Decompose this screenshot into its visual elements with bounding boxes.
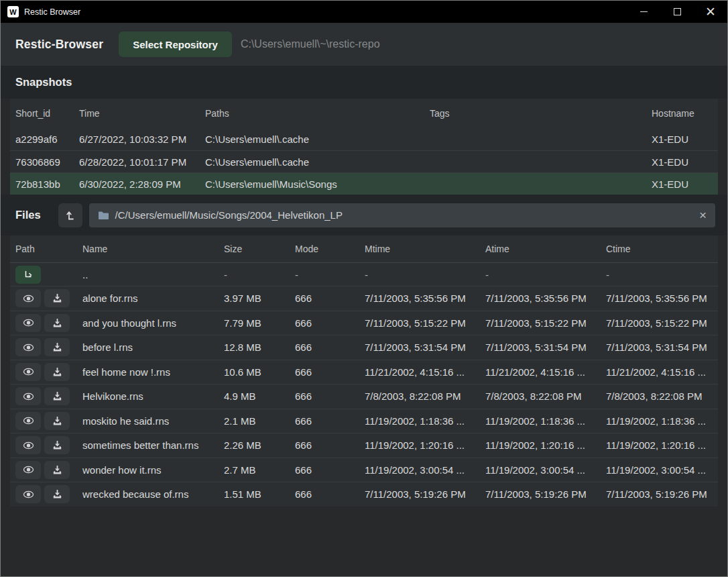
download-file-button[interactable] bbox=[44, 363, 70, 381]
view-file-button[interactable] bbox=[15, 436, 41, 454]
file-row[interactable]: feel home now !.rns 10.6 MB 666 11/21/20… bbox=[10, 360, 718, 384]
download-icon bbox=[52, 342, 62, 352]
maximize-button[interactable] bbox=[660, 1, 694, 23]
file-name: alone for.rns bbox=[82, 293, 224, 304]
download-file-button[interactable] bbox=[44, 387, 70, 405]
file-name: before l.rns bbox=[82, 342, 224, 353]
titlebar: W Restic Browser ✕ bbox=[1, 1, 727, 23]
view-file-button[interactable] bbox=[15, 363, 41, 381]
download-file-button[interactable] bbox=[44, 412, 70, 430]
column-mtime: Mtime bbox=[365, 244, 485, 254]
current-path: /C/Users/emuell/Music/Songs/2004_Helveti… bbox=[115, 209, 343, 221]
view-file-button[interactable] bbox=[15, 412, 41, 430]
file-row[interactable]: moskito he said.rns 2.1 MB 666 11/19/200… bbox=[10, 409, 718, 433]
files-table-header: Path Name Size Mode Mtime Atime Ctime bbox=[10, 235, 718, 262]
eye-icon bbox=[23, 294, 34, 303]
eye-icon bbox=[23, 416, 34, 425]
download-icon bbox=[52, 318, 62, 328]
clear-path-button[interactable]: × bbox=[699, 209, 707, 221]
file-row[interactable]: Helvikone.rns 4.9 MB 666 7/8/2003, 8:22:… bbox=[10, 384, 718, 409]
maximize-icon bbox=[674, 8, 681, 15]
app-window: W Restic Browser ✕ Restic-Browser Select… bbox=[0, 0, 728, 577]
download-icon bbox=[52, 293, 62, 303]
snapshot-paths: C:\Users\emuell\.cache bbox=[205, 134, 430, 145]
snapshot-row[interactable]: 76306869 6/28/2022, 10:01:17 PM C:\Users… bbox=[10, 150, 718, 172]
file-row[interactable]: alone for.rns 3.97 MB 666 7/11/2003, 5:3… bbox=[10, 286, 718, 311]
column-tags: Tags bbox=[430, 108, 652, 119]
close-icon: ✕ bbox=[705, 5, 716, 18]
column-paths: Paths bbox=[205, 108, 430, 119]
snapshot-paths: C:\Users\emuell\.cache bbox=[205, 156, 430, 168]
file-row[interactable]: wrecked because of.rns 1.51 MB 666 7/11/… bbox=[10, 482, 718, 507]
files-title: Files bbox=[15, 209, 41, 221]
column-size: Size bbox=[224, 244, 295, 254]
file-name: and you thought l.rns bbox=[82, 317, 224, 329]
view-file-button[interactable] bbox=[15, 461, 41, 479]
snapshot-row-selected[interactable]: 72b813bb 6/30/2022, 2:28:09 PM C:\Users\… bbox=[10, 172, 718, 195]
snapshots-section-header: Snapshots bbox=[1, 66, 727, 99]
eye-icon bbox=[23, 465, 34, 474]
file-row[interactable]: and you thought l.rns 7.79 MB 666 7/11/2… bbox=[10, 311, 718, 335]
download-file-button[interactable] bbox=[44, 314, 70, 332]
select-repository-button[interactable]: Select Repository bbox=[119, 32, 232, 57]
view-file-button[interactable] bbox=[15, 289, 41, 307]
page-title: Restic-Browser bbox=[15, 38, 103, 52]
toolbar: Restic-Browser Select Repository C:\User… bbox=[1, 23, 727, 66]
view-file-button[interactable] bbox=[15, 387, 41, 405]
view-file-button[interactable] bbox=[15, 485, 41, 503]
path-bar[interactable]: /C/Users/emuell/Music/Songs/2004_Helveti… bbox=[89, 203, 715, 227]
minimize-icon bbox=[640, 11, 648, 12]
snapshots-table: Short_id Time Paths Tags Hostname a2299a… bbox=[10, 99, 718, 195]
file-row[interactable]: sometimes better than.rns 2.26 MB 666 11… bbox=[10, 433, 718, 458]
snapshot-hostname: X1-EDU bbox=[652, 156, 718, 168]
download-icon bbox=[52, 489, 62, 499]
download-file-button[interactable] bbox=[44, 485, 70, 503]
snapshot-short-id: a2299af6 bbox=[15, 134, 79, 145]
files-section-header: Files /C/Users/emuell/Music/Songs/2004_H… bbox=[1, 195, 727, 235]
column-mode: Mode bbox=[295, 244, 365, 254]
snapshot-row[interactable]: a2299af6 6/27/2022, 10:03:32 PM C:\Users… bbox=[10, 128, 718, 150]
file-name: moskito he said.rns bbox=[82, 415, 224, 427]
snapshot-hostname: X1-EDU bbox=[652, 134, 718, 145]
column-atime: Atime bbox=[485, 244, 606, 254]
folder-icon bbox=[98, 211, 109, 220]
eye-icon bbox=[23, 441, 34, 450]
snapshot-time: 6/30/2022, 2:28:09 PM bbox=[79, 178, 205, 190]
download-file-button[interactable] bbox=[44, 436, 70, 454]
snapshot-hostname: X1-EDU bbox=[652, 178, 718, 190]
parent-directory-row[interactable]: .. - - - - - bbox=[10, 262, 718, 286]
file-name: wonder how it.rns bbox=[82, 464, 224, 476]
column-path: Path bbox=[15, 244, 82, 254]
close-button[interactable]: ✕ bbox=[694, 1, 727, 23]
file-name: wrecked because of.rns bbox=[82, 488, 224, 500]
download-icon bbox=[52, 465, 62, 475]
download-icon bbox=[52, 391, 62, 401]
download-file-button[interactable] bbox=[44, 338, 70, 356]
parent-dir-icon bbox=[23, 269, 34, 280]
download-icon bbox=[52, 367, 62, 377]
column-short-id: Short_id bbox=[15, 108, 79, 119]
snapshot-short-id: 72b813bb bbox=[15, 178, 79, 190]
level-up-icon bbox=[64, 209, 76, 221]
file-row[interactable]: before l.rns 12.8 MB 666 7/11/2003, 5:31… bbox=[10, 335, 718, 360]
eye-icon bbox=[23, 343, 34, 352]
column-hostname: Hostname bbox=[652, 108, 718, 119]
view-file-button[interactable] bbox=[15, 314, 41, 332]
snapshots-title: Snapshots bbox=[15, 76, 72, 89]
minimize-button[interactable] bbox=[627, 1, 660, 23]
download-icon bbox=[52, 440, 62, 450]
column-time: Time bbox=[79, 108, 205, 119]
go-to-root-button[interactable] bbox=[58, 203, 82, 227]
repository-path: C:\Users\emuell\~\restic-repo bbox=[241, 38, 380, 50]
file-row[interactable]: wonder how it.rns 2.7 MB 666 11/19/2002,… bbox=[10, 458, 718, 482]
snapshot-time: 6/27/2022, 10:03:32 PM bbox=[79, 134, 205, 145]
download-file-button[interactable] bbox=[44, 289, 70, 307]
snapshot-short-id: 76306869 bbox=[15, 156, 79, 168]
download-file-button[interactable] bbox=[44, 461, 70, 479]
view-file-button[interactable] bbox=[15, 338, 41, 356]
content-area: Snapshots Short_id Time Paths Tags Hostn… bbox=[1, 66, 727, 576]
snapshot-time: 6/28/2022, 10:01:17 PM bbox=[79, 156, 205, 168]
window-controls: ✕ bbox=[627, 1, 727, 23]
window-title: Restic Browser bbox=[24, 7, 80, 17]
go-up-button[interactable] bbox=[15, 266, 41, 284]
